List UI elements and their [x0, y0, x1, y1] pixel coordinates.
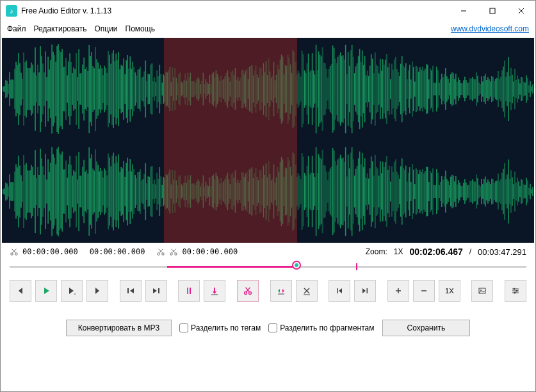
svg-marker-1173: [213, 291, 216, 294]
image-button[interactable]: [471, 280, 493, 302]
save-button[interactable]: Сохранить: [382, 320, 471, 336]
svg-marker-1161: [19, 288, 22, 294]
zoom-value: 1X: [394, 247, 403, 256]
sel-to-end-button[interactable]: [354, 280, 376, 302]
selection-start-time: 00:00:00.000: [22, 247, 78, 256]
svg-line-1151: [12, 249, 16, 253]
split-by-tags-label: Разделить по тегам: [191, 323, 261, 332]
svg-point-1154: [162, 253, 165, 256]
skip-back-button[interactable]: [120, 280, 142, 302]
trim-outside-button[interactable]: [270, 280, 292, 302]
svg-rect-1185: [337, 288, 338, 293]
svg-rect-1: [490, 8, 495, 13]
svg-marker-1186: [339, 288, 342, 293]
svg-marker-1163: [69, 288, 74, 294]
svg-rect-1169: [158, 288, 159, 293]
minimize-button[interactable]: [449, 1, 478, 21]
selection-overlay: [164, 38, 297, 243]
total-duration: 00:03:47.291: [478, 247, 526, 257]
titlebar: ♪ Free Audio Editor v. 1.1.13: [1, 1, 535, 21]
marker-download-button[interactable]: [204, 280, 225, 302]
next-button[interactable]: [86, 280, 108, 302]
svg-marker-1180: [282, 289, 284, 293]
zoom-out-button[interactable]: [413, 280, 435, 302]
marker-add-button[interactable]: [178, 280, 200, 302]
menu-options[interactable]: Опции: [94, 24, 117, 33]
svg-line-1155: [159, 249, 163, 253]
svg-marker-1187: [362, 288, 366, 293]
split-by-fragments-label: Разделить по фрагментам: [280, 323, 374, 332]
svg-point-1199: [514, 292, 516, 294]
svg-rect-1171: [190, 288, 191, 294]
delete-button[interactable]: [296, 280, 318, 302]
split-by-tags-checkbox[interactable]: Разделить по тегам: [179, 323, 261, 332]
svg-point-1195: [514, 288, 516, 290]
close-button[interactable]: [507, 1, 535, 21]
svg-point-1176: [248, 291, 251, 294]
svg-point-1197: [516, 290, 518, 292]
seek-cursor[interactable]: [356, 263, 357, 270]
menu-help[interactable]: Помощь: [126, 24, 155, 33]
svg-marker-1165: [95, 288, 99, 294]
maximize-button[interactable]: [478, 1, 507, 21]
time-separator: /: [469, 247, 471, 256]
settings-button[interactable]: [505, 280, 526, 302]
play-button[interactable]: [35, 280, 57, 302]
app-icon: ♪: [6, 5, 17, 17]
svg-line-1160: [172, 249, 175, 253]
seek-playhead[interactable]: [292, 261, 301, 270]
menu-edit[interactable]: Редактировать: [34, 24, 87, 33]
svg-rect-1188: [367, 288, 368, 293]
time-info-row: 00:00:00.000 00:00:00.000 00:00:00.000 Z…: [1, 243, 535, 258]
window-title: Free Audio Editor v. 1.1.13: [21, 6, 449, 15]
seek-selection: [167, 266, 296, 268]
svg-rect-1166: [127, 288, 129, 293]
waveform-display[interactable]: [2, 38, 534, 243]
main-toolbar: 1X: [1, 277, 535, 308]
skip-forward-button[interactable]: [145, 280, 167, 302]
svg-marker-1179: [278, 289, 280, 293]
sel-to-start-button[interactable]: [329, 280, 350, 302]
svg-marker-1168: [153, 288, 157, 293]
split-by-fragments-checkbox[interactable]: Разделить по фрагментам: [268, 323, 374, 332]
prev-button[interactable]: [10, 280, 31, 302]
svg-line-1159: [172, 249, 176, 253]
svg-marker-1167: [130, 288, 134, 293]
scissors-icon: [156, 247, 165, 256]
seek-bar[interactable]: [10, 261, 526, 272]
selection-end-time: 00:00:00.000: [90, 247, 145, 256]
scissors-icon: [10, 247, 19, 256]
playback-position: 00:02:06.467: [409, 247, 462, 257]
svg-point-1158: [175, 253, 177, 256]
zoom-in-button[interactable]: [387, 280, 409, 302]
zoom-reset-button[interactable]: 1X: [439, 280, 460, 302]
play-selection-button[interactable]: [61, 280, 83, 302]
menu-file[interactable]: Файл: [7, 24, 26, 33]
zoom-label: Zoom:: [366, 247, 387, 256]
cut-button[interactable]: [237, 280, 259, 302]
menubar: Файл Редактировать Опции Помощь www.dvdv…: [1, 21, 535, 37]
scissors-icon: [169, 247, 178, 256]
website-link[interactable]: www.dvdvideosoft.com: [451, 24, 529, 33]
svg-point-1153: [158, 253, 160, 256]
svg-rect-1170: [187, 288, 188, 294]
svg-point-1150: [15, 253, 18, 256]
convert-mp3-button[interactable]: Конвертировать в MP3: [66, 320, 172, 336]
svg-marker-1162: [44, 288, 49, 294]
cut-time: 00:00:00.000: [182, 247, 238, 256]
svg-line-1152: [12, 249, 16, 253]
svg-point-1175: [244, 291, 247, 294]
svg-line-1156: [159, 249, 163, 253]
svg-point-1149: [11, 253, 13, 256]
bottom-bar: Конвертировать в MP3 Разделить по тегам …: [1, 308, 535, 348]
svg-point-1157: [170, 253, 173, 256]
